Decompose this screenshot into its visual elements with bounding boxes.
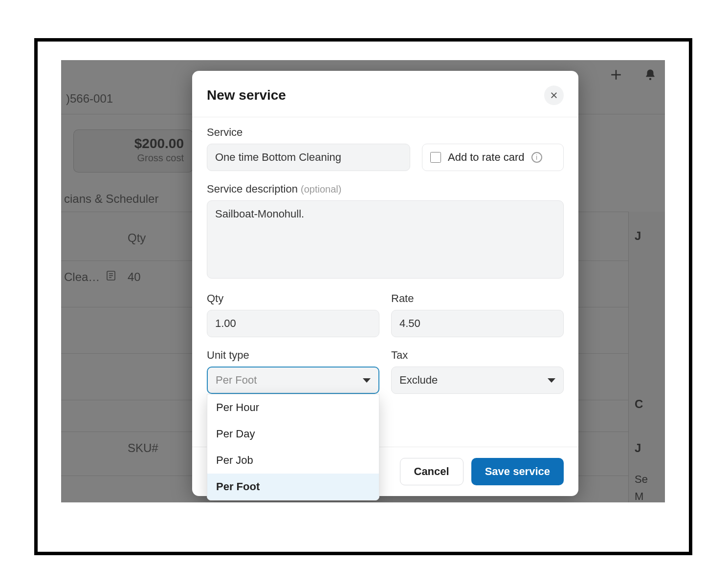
description-label-text: Service description — [207, 183, 298, 195]
gross-amount: $200.00 — [134, 136, 184, 152]
right-peek-m: M — [635, 490, 643, 502]
app-viewport: )566-001 $200.00 Gross cost cians & Sche… — [61, 60, 665, 502]
right-peek-c: C — [635, 397, 643, 411]
gross-sublabel: Gross cost — [137, 152, 184, 164]
optional-suffix: (optional) — [301, 184, 341, 195]
unit-type-option[interactable]: Per Job — [207, 447, 379, 474]
rate-label: Rate — [391, 292, 564, 305]
line-item-text: Clea… — [64, 270, 100, 283]
svg-point-6 — [649, 78, 651, 80]
add-to-rate-card-box[interactable]: Add to rate card i — [422, 144, 564, 171]
unit-type-option[interactable]: Per Foot — [207, 474, 379, 500]
service-input[interactable] — [207, 144, 410, 171]
right-peek-se: Se — [635, 473, 648, 486]
sku-column-header: SKU# — [128, 441, 158, 455]
top-right-icons — [606, 65, 660, 85]
tax-select[interactable]: Exclude — [391, 367, 564, 394]
unit-type-placeholder: Per Foot — [216, 374, 257, 387]
unit-type-option[interactable]: Per Hour — [207, 394, 379, 421]
qty-input[interactable] — [207, 310, 379, 337]
modal-header: New service — [192, 71, 578, 117]
info-icon[interactable]: i — [531, 152, 542, 163]
description-textarea[interactable] — [207, 200, 564, 279]
unit-type-option[interactable]: Per Day — [207, 421, 379, 447]
line-item-name-fragment: Clea… — [64, 270, 116, 284]
unit-type-label: Unit type — [207, 349, 379, 362]
chevron-down-icon — [548, 378, 555, 383]
service-label: Service — [207, 126, 410, 139]
close-icon — [550, 91, 558, 100]
note-icon — [106, 270, 116, 283]
description-label: Service description (optional) — [207, 183, 564, 195]
add-to-rate-card-checkbox[interactable] — [430, 152, 441, 163]
tax-label: Tax — [391, 349, 564, 362]
qty-label: Qty — [207, 292, 379, 305]
outer-border: )566-001 $200.00 Gross cost cians & Sche… — [34, 38, 692, 555]
close-button[interactable] — [544, 86, 564, 105]
line-item-qty: 40 — [128, 270, 141, 284]
qty-column-header: Qty — [128, 231, 146, 245]
rate-input[interactable] — [391, 310, 564, 337]
tab-fragment[interactable]: cians & Scheduler — [64, 192, 158, 206]
unit-type-select[interactable]: Per Foot — [207, 367, 379, 394]
plus-icon[interactable] — [606, 65, 626, 85]
cancel-button[interactable]: Cancel — [400, 458, 463, 485]
modal-body: Service Add to rate card i Se — [192, 117, 578, 447]
bell-icon[interactable] — [640, 65, 660, 85]
chevron-down-icon — [363, 378, 371, 383]
tax-value: Exclude — [399, 374, 438, 387]
right-peek-j1: J — [635, 229, 641, 243]
order-id-fragment: )566-001 — [66, 92, 113, 106]
modal-title: New service — [207, 87, 286, 103]
unit-type-dropdown: Per HourPer DayPer JobPer Foot — [207, 394, 379, 500]
save-service-button[interactable]: Save service — [471, 458, 564, 485]
right-peek-pane: J C J Se M — [628, 212, 665, 502]
add-to-rate-card-label: Add to rate card — [448, 151, 525, 164]
right-peek-j2: J — [635, 441, 641, 455]
new-service-modal: New service Service Add to rate c — [192, 71, 578, 496]
gross-cost-card: $200.00 Gross cost — [73, 130, 193, 173]
